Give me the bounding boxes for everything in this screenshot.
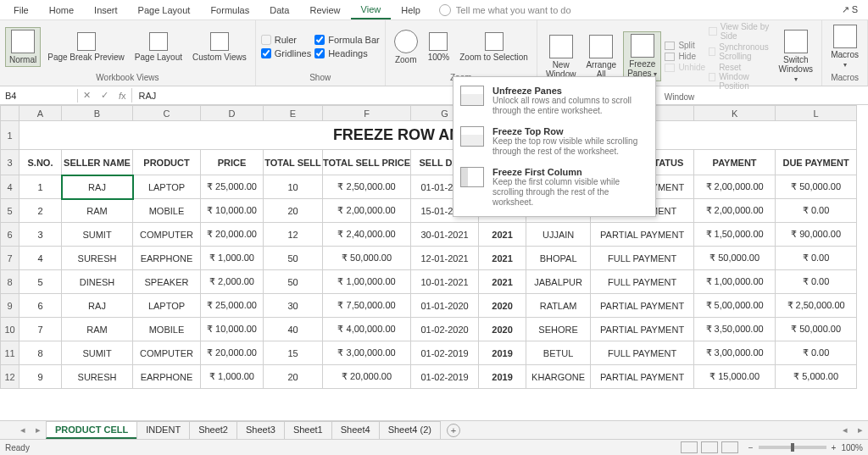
cell[interactable]: EARPHONE [133, 365, 201, 389]
cell[interactable]: JABALPUR [526, 270, 591, 294]
menu-view[interactable]: View [351, 1, 392, 19]
cell[interactable]: 2 [19, 199, 62, 223]
cell[interactable]: ₹ 2,00,000.00 [694, 199, 776, 223]
header-cell[interactable]: TOTAL SELL PRICE [323, 150, 411, 175]
cell[interactable]: BETUL [526, 341, 591, 365]
unhide-button[interactable]: Unhide [665, 63, 705, 72]
cell[interactable]: MOBILE [133, 199, 201, 223]
column-header[interactable]: D [201, 106, 264, 121]
cell[interactable]: SUMIT [62, 223, 133, 247]
tab-nav-next-icon[interactable]: ▸ [31, 424, 46, 436]
cell[interactable]: 20 [264, 365, 323, 389]
cell[interactable]: DINESH [62, 270, 133, 294]
menu-page-layout[interactable]: Page Layout [128, 2, 201, 19]
worksheet-grid[interactable]: ABCDEFGHIJKL1FREEZE ROW AND COLUMN3S.NO.… [0, 105, 868, 420]
page-layout-view-icon[interactable] [701, 441, 718, 453]
cell[interactable]: ₹ 20,000.00 [201, 341, 264, 365]
tab-nav-prev-icon[interactable]: ◂ [15, 424, 31, 436]
cell[interactable]: ₹ 0.00 [776, 199, 857, 223]
arrange-all-button[interactable]: Arrange All [582, 33, 620, 80]
zoom-in-button[interactable]: + [832, 443, 837, 452]
select-all-corner[interactable] [1, 106, 19, 121]
cell[interactable]: RAJ [62, 294, 133, 318]
cell[interactable]: 2021 [479, 223, 526, 247]
row-header[interactable]: 5 [1, 199, 19, 223]
page-break-preview-button[interactable]: Page Break Preview [44, 31, 128, 64]
freeze-panes-button[interactable]: Freeze Panes [623, 31, 661, 81]
header-cell[interactable]: S.NO. [19, 150, 62, 175]
cell[interactable]: UJJAIN [526, 223, 591, 247]
cell[interactable]: 8 [19, 341, 62, 365]
menu-insert[interactable]: Insert [84, 2, 128, 19]
hide-button[interactable]: Hide [665, 52, 705, 61]
header-cell[interactable]: PRICE [201, 150, 264, 175]
cell[interactable]: 2019 [479, 341, 526, 365]
cell[interactable]: COMPUTER [133, 341, 201, 365]
cell[interactable]: FULL PAYMENT [591, 247, 694, 270]
cell[interactable]: RAM [62, 318, 133, 341]
row-header[interactable]: 6 [1, 223, 19, 247]
cell[interactable]: 2020 [479, 318, 526, 341]
cell[interactable]: SURESH [62, 247, 133, 270]
cell[interactable]: 12 [264, 223, 323, 247]
cell[interactable]: ₹ 50,000.00 [323, 247, 411, 270]
switch-windows-button[interactable]: Switch Windows [775, 28, 816, 86]
cell[interactable]: ₹ 0.00 [776, 247, 857, 270]
cell[interactable]: PARTIAL PAYMENT [591, 365, 694, 389]
header-cell[interactable]: TOTAL SELL [264, 150, 323, 175]
cell[interactable]: LAPTOP [133, 294, 201, 318]
cell[interactable]: ₹ 2,40,000.00 [323, 223, 411, 247]
cell[interactable]: 01-02-2019 [411, 365, 479, 389]
cell[interactable]: 1 [19, 175, 62, 199]
cell[interactable]: 01-02-2019 [411, 341, 479, 365]
cell[interactable]: PARTIAL PAYMENT [591, 318, 694, 341]
cell[interactable]: RATLAM [526, 294, 591, 318]
row-header[interactable]: 7 [1, 247, 19, 270]
cell[interactable]: ₹ 2,00,000.00 [323, 199, 411, 223]
cell[interactable]: PARTIAL PAYMENT [591, 223, 694, 247]
macros-button[interactable]: Macros [827, 23, 862, 71]
zoom-slider[interactable] [759, 446, 826, 449]
cell[interactable]: 6 [19, 294, 62, 318]
cell[interactable]: FULL PAYMENT [591, 341, 694, 365]
cell[interactable]: 10 [264, 175, 323, 199]
hscroll-left-icon[interactable]: ◂ [837, 424, 853, 436]
cell[interactable]: KHARGONE [526, 365, 591, 389]
row-header[interactable]: 3 [1, 150, 19, 175]
zoom-to-selection-button[interactable]: Zoom to Selection [456, 31, 531, 64]
menu-help[interactable]: Help [391, 2, 431, 19]
page-break-view-icon[interactable] [721, 441, 738, 453]
menu-home[interactable]: Home [39, 2, 84, 19]
unfreeze-panes-item[interactable]: Unfreeze PanesUnlock all rows and column… [453, 80, 655, 121]
cell[interactable]: 50 [264, 247, 323, 270]
cell[interactable]: 12-01-2021 [411, 247, 479, 270]
menu-file[interactable]: File [3, 2, 39, 19]
cell[interactable]: 2019 [479, 365, 526, 389]
cell[interactable]: SUMIT [62, 341, 133, 365]
cell[interactable]: MOBILE [133, 318, 201, 341]
column-header[interactable]: E [264, 106, 323, 121]
zoom-100-button[interactable]: 100% [425, 31, 453, 64]
cell[interactable]: FULL PAYMENT [591, 270, 694, 294]
cell[interactable]: ₹ 2,00,000.00 [694, 175, 776, 199]
header-cell[interactable]: PAYMENT [694, 150, 776, 175]
cell[interactable]: 20 [264, 199, 323, 223]
cell[interactable]: 7 [19, 318, 62, 341]
cell[interactable]: RAM [62, 199, 133, 223]
custom-views-button[interactable]: Custom Views [189, 31, 250, 64]
cell[interactable]: PARTIAL PAYMENT [591, 294, 694, 318]
freeze-first-column-item[interactable]: Freeze First ColumnKeep the first column… [453, 162, 655, 213]
cell[interactable]: ₹ 2,50,000.00 [323, 175, 411, 199]
row-header[interactable]: 9 [1, 294, 19, 318]
cell[interactable]: ₹ 2,50,000.00 [776, 294, 857, 318]
cell[interactable]: 01-02-2020 [411, 318, 479, 341]
cell[interactable]: ₹ 2,000.00 [201, 270, 264, 294]
cell[interactable]: ₹ 5,000.00 [776, 365, 857, 389]
new-window-button[interactable]: New Window [542, 33, 580, 80]
cell[interactable]: ₹ 90,000.00 [776, 223, 857, 247]
sheet-tab[interactable]: Sheet4 (2) [379, 421, 441, 439]
cell[interactable]: ₹ 20,000.00 [201, 223, 264, 247]
tell-me[interactable]: Tell me what you want to do [439, 4, 571, 16]
cell[interactable]: 2021 [479, 270, 526, 294]
zoom-level[interactable]: 100% [841, 443, 863, 452]
